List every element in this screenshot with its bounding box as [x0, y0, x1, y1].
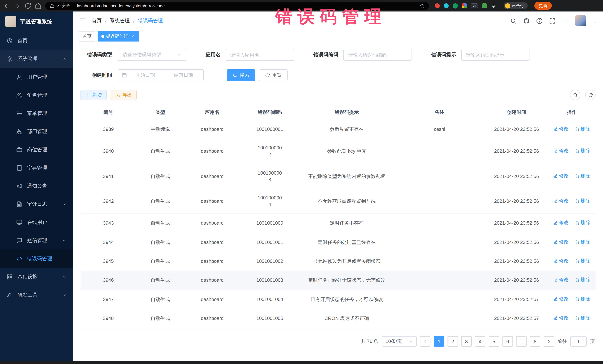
delete-link[interactable]: 删除	[575, 173, 590, 179]
page-button[interactable]: 4	[475, 336, 485, 347]
user-avatar[interactable]	[575, 15, 586, 26]
page-button[interactable]: 6	[502, 336, 513, 347]
export-button[interactable]: 导出	[111, 90, 137, 100]
delete-link[interactable]: 删除	[575, 126, 590, 132]
profile-paused-badge[interactable]: 已暂停	[504, 2, 528, 9]
delete-link[interactable]: 删除	[575, 148, 590, 154]
edit-link[interactable]: 修改	[553, 296, 568, 302]
extension-green-check-icon[interactable]	[453, 3, 458, 8]
view-tab[interactable]: 首页	[79, 31, 95, 42]
cell-type: 自动生成	[136, 189, 185, 214]
table-row: 3940 自动生成 dashboard 100100000 2 参数配置 key…	[81, 139, 596, 164]
home-icon[interactable]	[35, 2, 42, 9]
delete-link[interactable]: 删除	[575, 296, 590, 302]
extension-teal-icon[interactable]	[444, 3, 449, 8]
reset-button[interactable]: 重置	[259, 69, 288, 81]
chevron-down-icon[interactable]	[593, 19, 597, 23]
page-button[interactable]: 5	[489, 336, 499, 347]
code-input[interactable]	[343, 49, 412, 61]
filter-row-2: 创建时间 开始日期 - 结束日期 搜索 重置	[81, 69, 596, 81]
chevron-up-icon	[62, 56, 66, 61]
app-input[interactable]	[225, 49, 294, 61]
breadcrumb-system[interactable]: 系统管理	[110, 17, 130, 24]
sidebar-item-role[interactable]: 角色管理	[0, 86, 73, 104]
edit-link[interactable]: 修改	[553, 173, 568, 179]
add-button[interactable]: 新增	[81, 90, 106, 100]
bookmark-star-icon[interactable]	[420, 3, 425, 8]
hamburger-icon[interactable]	[79, 17, 86, 24]
delete-link[interactable]: 删除	[575, 198, 590, 204]
github-icon[interactable]	[523, 18, 530, 24]
edit-link[interactable]: 修改	[553, 315, 568, 321]
edit-link[interactable]: 修改	[553, 277, 568, 283]
edit-link[interactable]: 修改	[553, 220, 568, 226]
edit-link[interactable]: 修改	[553, 126, 568, 132]
help-icon[interactable]	[536, 18, 543, 24]
menu-label: 菜单管理	[27, 110, 47, 117]
browser-update-button[interactable]: 更新	[534, 2, 552, 10]
extension-on-badge[interactable]: on	[471, 3, 478, 8]
edit-icon	[553, 278, 558, 282]
sidebar-item-dept[interactable]: 部门管理	[0, 122, 73, 141]
message-input[interactable]	[461, 49, 530, 61]
delete-link[interactable]: 删除	[575, 258, 590, 264]
prev-page-button[interactable]	[420, 336, 430, 347]
forward-icon[interactable]	[14, 2, 21, 9]
toggle-search-button[interactable]	[570, 90, 580, 100]
back-icon[interactable]	[4, 2, 10, 9]
next-page-button[interactable]	[544, 336, 554, 347]
page-button[interactable]: 8	[530, 336, 540, 347]
extension-grid-icon[interactable]	[462, 3, 467, 8]
sidebar-item-system[interactable]: 系统管理	[0, 50, 73, 68]
sidebar-item-audit[interactable]: 审计日志	[0, 195, 73, 213]
delete-link[interactable]: 删除	[575, 315, 590, 321]
page-button[interactable]: 3	[461, 336, 472, 347]
close-icon[interactable]	[130, 34, 135, 39]
search-button[interactable]: 搜索	[227, 69, 255, 81]
chevron-down-icon	[62, 238, 66, 243]
view-tab[interactable]: 错误码管理	[98, 31, 139, 42]
delete-link[interactable]: 删除	[575, 277, 590, 283]
delete-link[interactable]: 删除	[575, 220, 590, 226]
page-button-active[interactable]: 1	[434, 336, 444, 347]
type-select[interactable]: 请选择错误码类型	[118, 49, 186, 61]
refresh-table-button[interactable]	[585, 90, 596, 100]
sidebar-item-notice[interactable]: 通知公告	[0, 177, 73, 195]
sidebar-item-dict[interactable]: 字典管理	[0, 159, 73, 177]
page-button[interactable]: 2	[448, 336, 458, 347]
sidebar-item-sms[interactable]: 短信管理	[0, 231, 73, 249]
delete-link[interactable]: 删除	[575, 239, 590, 245]
cell-type: 手动编辑	[136, 120, 185, 139]
sidebar-item-devtools[interactable]: 研发工具	[0, 286, 73, 304]
cell-message: 只允许修改为开启或者关闭状态	[300, 252, 394, 271]
edit-link[interactable]: 修改	[553, 148, 568, 154]
menu-label: 字典管理	[27, 164, 47, 171]
sidebar-item-home[interactable]: 首页	[0, 32, 73, 50]
delete-icon	[575, 259, 580, 263]
edit-link[interactable]: 修改	[553, 198, 568, 204]
extension-leaf-icon[interactable]	[482, 3, 487, 8]
breadcrumb-home[interactable]: 首页	[92, 17, 102, 24]
font-size-icon[interactable]: TT	[562, 18, 568, 24]
page-ellipsis[interactable]: ...	[516, 336, 527, 347]
sidebar-item-menu[interactable]: 菜单管理	[0, 104, 73, 122]
sidebar-item-infra[interactable]: 基础设施	[0, 268, 73, 286]
date-range-picker[interactable]: 开始日期 - 结束日期	[118, 69, 204, 81]
reload-icon[interactable]	[24, 2, 31, 9]
goto-page-input[interactable]	[570, 336, 587, 347]
cell-app: dashboard	[185, 309, 240, 328]
sidebar-item-online[interactable]: 在线用户	[0, 213, 73, 231]
sidebar-item-user[interactable]: 用户管理	[0, 68, 73, 86]
fullscreen-icon[interactable]	[549, 18, 556, 24]
search-icon[interactable]	[510, 18, 517, 24]
sidebar-item-post[interactable]: 岗位管理	[0, 141, 73, 159]
sidebar-item-errorcode[interactable]: 错误码管理	[0, 249, 73, 268]
extension-red-icon[interactable]	[435, 3, 440, 8]
edit-link[interactable]: 修改	[553, 258, 568, 264]
edit-link[interactable]: 修改	[553, 239, 568, 245]
extensions-pin-icon[interactable]	[491, 3, 496, 8]
calendar-icon	[122, 73, 127, 78]
page-size-select[interactable]: 10条/页	[382, 336, 417, 347]
table-row: 3948 自动生成 dashboard 1001001005 CRON 表达式不…	[81, 309, 596, 328]
app-logo[interactable]: 芋道管理系统	[0, 11, 73, 32]
